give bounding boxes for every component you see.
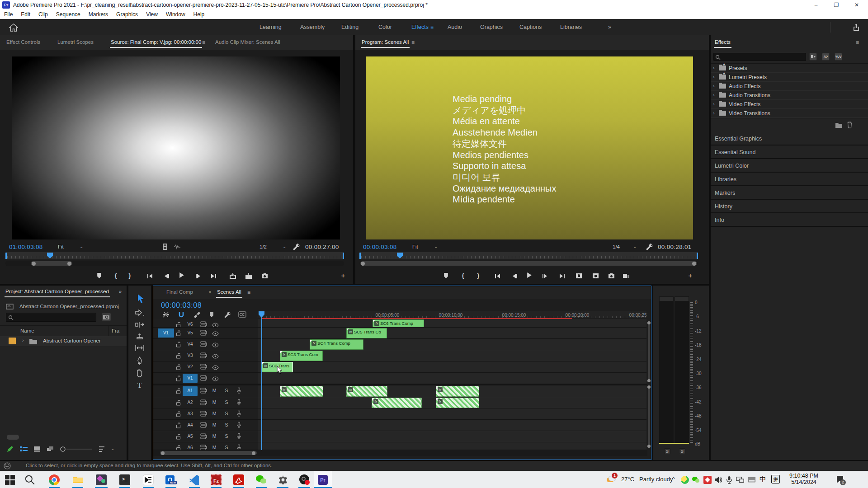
red-tray-icon[interactable]: [703, 476, 712, 484]
mute-button[interactable]: M: [211, 445, 217, 450]
voiceover-mic-icon[interactable]: [236, 444, 241, 450]
audio-track-lane[interactable]: [258, 420, 646, 431]
column-name[interactable]: Name: [20, 328, 34, 333]
filezilla-icon[interactable]: Fz: [211, 474, 222, 485]
track-target-box[interactable]: A2: [183, 398, 198, 407]
workspace-overflow[interactable]: »: [608, 24, 611, 30]
menu-item[interactable]: Window: [162, 10, 189, 18]
track-target-box[interactable]: V1: [183, 374, 198, 383]
audio-track-lane[interactable]: [258, 408, 646, 420]
acrobat-icon[interactable]: [233, 474, 244, 485]
collapsed-panel-header[interactable]: Info: [711, 213, 868, 227]
lock-icon[interactable]: [176, 375, 181, 383]
terminal-icon[interactable]: >_: [119, 474, 130, 485]
menu-item[interactable]: File: [0, 10, 17, 18]
accelerated-effects-icon[interactable]: [809, 53, 817, 61]
settings-gear-icon[interactable]: [278, 474, 288, 485]
add-marker-icon[interactable]: [441, 272, 451, 280]
sync-lock-icon[interactable]: [200, 422, 208, 430]
effects-folder-row[interactable]: › Audio Transitions: [711, 91, 868, 100]
nest-toggle-icon[interactable]: [162, 311, 170, 319]
play-icon[interactable]: [524, 272, 534, 279]
voiceover-mic-icon[interactable]: [236, 387, 241, 396]
settings-wrench-icon[interactable]: [646, 243, 653, 250]
vscode-icon[interactable]: [189, 474, 200, 485]
vscroll-handle-top[interactable]: [647, 321, 651, 324]
effects-panel-menu-icon[interactable]: ≡: [856, 39, 859, 46]
collapsed-panel-header[interactable]: Essential Sound: [711, 145, 868, 159]
type-tool[interactable]: T: [133, 381, 146, 392]
go-to-out-icon[interactable]: [557, 272, 567, 280]
source-patch-box[interactable]: [158, 362, 174, 371]
capcut-icon[interactable]: [143, 474, 154, 485]
source-resolution-dropdown[interactable]: 1/2: [259, 244, 267, 249]
program-tab[interactable]: Program: Scenes All: [362, 39, 409, 45]
timeline-settings-wrench-icon[interactable]: [224, 311, 232, 319]
track-target-box[interactable]: V3: [183, 351, 198, 360]
effects-folder-row[interactable]: › Audio Effects: [711, 82, 868, 91]
effects-search-input[interactable]: [713, 53, 806, 61]
vscroll-handle-top2[interactable]: [647, 385, 651, 389]
program-resolution-dropdown[interactable]: 1/4: [613, 244, 620, 249]
source-patch-box[interactable]: V1: [158, 328, 174, 338]
lock-icon[interactable]: [176, 399, 181, 408]
audio-clip[interactable]: fx: [280, 386, 323, 397]
timeline-timecode[interactable]: 00:00:03:08: [161, 301, 202, 310]
lock-icon[interactable]: [176, 321, 181, 328]
solo-button[interactable]: S: [223, 433, 230, 439]
ime-pinyin-indicator[interactable]: 拼: [771, 475, 780, 483]
source-patch-box[interactable]: [158, 340, 174, 349]
sequence-tab-final-comp[interactable]: Final Comp: [166, 289, 193, 295]
lock-icon[interactable]: [176, 330, 181, 338]
snap-magnet-icon[interactable]: [178, 311, 186, 319]
program-timecode[interactable]: 00:00:03:08: [363, 244, 397, 250]
close-button[interactable]: ✕: [852, 1, 861, 9]
pen-tool[interactable]: [133, 357, 146, 367]
track-visibility-eye-icon[interactable]: [212, 352, 219, 361]
collapsed-panel-header[interactable]: Libraries: [711, 173, 868, 186]
collapsed-panel-header[interactable]: Markers: [711, 186, 868, 200]
export-frame-icon[interactable]: [259, 272, 269, 280]
obs-icon[interactable]: [299, 474, 310, 485]
sync-lock-icon[interactable]: [200, 444, 208, 450]
microphone-tray-icon[interactable]: [725, 476, 733, 484]
step-forward-icon[interactable]: [193, 272, 203, 280]
sequence-tab-scenes-all[interactable]: Scenes All: [217, 289, 241, 295]
export-share-icon[interactable]: [852, 23, 861, 32]
mute-button[interactable]: M: [211, 411, 217, 416]
new-folder-icon[interactable]: [835, 122, 843, 128]
voiceover-mic-icon[interactable]: [236, 399, 241, 408]
label-color-swatch[interactable]: [9, 338, 16, 344]
outlook-icon[interactable]: ONEW: [165, 474, 176, 485]
list-view-icon[interactable]: [19, 446, 28, 452]
sync-lock-icon[interactable]: [200, 352, 208, 360]
mute-button[interactable]: M: [211, 422, 217, 427]
effects-folder-row[interactable]: › ★ Presets: [711, 64, 868, 73]
slip-tool[interactable]: [133, 345, 146, 356]
sync-lock-icon[interactable]: [200, 321, 208, 328]
track-target-box[interactable]: V2: [183, 362, 198, 371]
timeline-vscrollbar-audio[interactable]: [648, 386, 650, 448]
video-track-lane[interactable]: [258, 361, 646, 373]
delete-trash-icon[interactable]: [847, 122, 853, 128]
workspace-tab[interactable]: Effects: [411, 24, 429, 30]
minimize-button[interactable]: –: [811, 1, 821, 9]
audio-track-lane[interactable]: [258, 431, 646, 442]
taskbar-search-icon[interactable]: [24, 474, 35, 485]
lock-icon[interactable]: [176, 445, 181, 450]
restore-button[interactable]: ❐: [832, 1, 841, 9]
button-editor-icon[interactable]: +: [338, 272, 348, 279]
menu-item[interactable]: Help: [189, 10, 209, 18]
vscroll-handle-bottom[interactable]: [647, 379, 651, 382]
hand-tool[interactable]: [133, 369, 146, 380]
video-clip[interactable]: fx SC6 Trans Comp: [373, 319, 424, 327]
program-panel-menu-icon[interactable]: ≡: [411, 39, 415, 46]
project-writable-icon[interactable]: [6, 304, 14, 310]
audio-clip[interactable]: fx: [346, 386, 387, 397]
creative-cloud-icon[interactable]: [4, 462, 11, 469]
menu-item[interactable]: Markers: [85, 10, 112, 18]
video-track-lane[interactable]: [258, 319, 646, 328]
notification-center-icon[interactable]: 2: [835, 475, 844, 484]
linked-selection-icon[interactable]: [193, 311, 202, 319]
insert-icon[interactable]: [228, 272, 238, 280]
